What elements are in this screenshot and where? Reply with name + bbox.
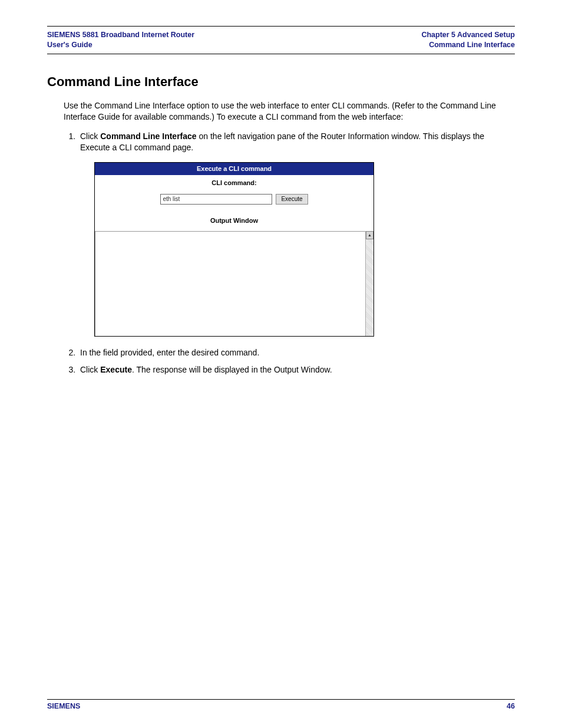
step-3-bold: Execute [100,365,132,374]
cli-command-input[interactable] [160,194,272,205]
section-title: Command Line Interface [47,74,515,90]
header-section: Command Line Interface [421,40,515,50]
step-2: In the field provided, enter the desired… [78,347,515,359]
execute-button[interactable]: Execute [276,194,308,205]
cli-output-window [95,231,365,336]
cli-panel-title: Execute a CLI command [95,163,373,175]
footer-page-number: 46 [507,702,515,710]
cli-screenshot-figure: Execute a CLI command CLI command: Execu… [94,162,374,337]
page-header: SIEMENS 5881 Broadband Internet Router U… [47,30,515,54]
step-1-link-text: Command Line Interface [100,131,196,141]
header-doc-title: SIEMENS 5881 Broadband Internet Router [47,30,194,40]
scroll-up-icon[interactable]: ▲ [366,231,373,239]
header-doc-subtitle: User's Guide [47,40,194,50]
footer-brand: SIEMENS [47,702,80,710]
step-3-suffix: . The response will be displayed in the … [132,365,332,374]
cli-command-label: CLI command: [95,175,373,190]
header-chapter: Chapter 5 Advanced Setup [421,30,515,40]
step-1: Click Command Line Interface on the left… [78,131,515,337]
step-1-prefix: Click [80,131,100,141]
intro-paragraph: Use the Command Line Interface option to… [64,100,515,123]
step-3-prefix: Click [80,365,100,374]
step-3: Click Execute. The response will be disp… [78,364,515,376]
cli-output-label: Output Window [95,212,373,231]
scrollbar[interactable]: ▲ [365,231,373,336]
scroll-track[interactable] [366,239,373,336]
page-footer: SIEMENS 46 [47,700,515,710]
